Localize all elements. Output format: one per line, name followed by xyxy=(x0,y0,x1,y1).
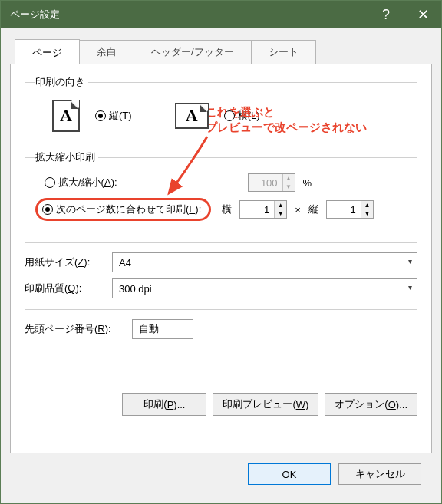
paper-size-value: A4 xyxy=(119,257,131,268)
print-quality-combo[interactable]: 300 dpi ▾ xyxy=(112,278,417,298)
tall-spin[interactable]: ▲▼ xyxy=(326,200,374,219)
separator xyxy=(25,242,417,243)
cancel-button[interactable]: キャンセル xyxy=(338,463,421,485)
first-page-input[interactable]: 自動 xyxy=(132,319,193,339)
adjust-value xyxy=(249,174,282,191)
wide-value xyxy=(240,201,274,218)
title-label: ページ設定 xyxy=(10,8,368,21)
tall-value xyxy=(327,201,361,218)
titlebar: ページ設定 ? ✕ xyxy=(1,1,441,28)
print-quality-label: 印刷品質(Q): xyxy=(25,282,112,295)
tab-header-footer[interactable]: ヘッダー/フッター xyxy=(134,40,252,64)
spin-up-icon[interactable]: ▲ xyxy=(361,201,373,209)
first-page-value: 自動 xyxy=(139,322,159,336)
landscape-icon: A xyxy=(175,103,209,129)
wide-spin[interactable]: ▲▼ xyxy=(239,200,287,219)
spin-down-icon[interactable]: ▼ xyxy=(283,183,295,191)
first-page-label: 先頭ページ番号(R): xyxy=(25,322,132,336)
fit-radio[interactable]: 次のページ数に合わせて印刷(F): xyxy=(42,203,201,216)
print-preview-button[interactable]: 印刷プレビュー(W) xyxy=(213,393,318,416)
dialog-footer: OK キャンセル xyxy=(10,453,432,494)
page-setup-dialog: ページ設定 ? ✕ ページ 余白 ヘッダー/フッター シート これを選ぶとプレビ… xyxy=(0,0,442,504)
ok-button[interactable]: OK xyxy=(248,463,331,485)
portrait-icon: A xyxy=(52,100,80,132)
tab-body: これを選ぶとプレビューで改ページされない 印刷の向き A xyxy=(10,64,432,453)
help-button[interactable]: ? xyxy=(368,1,404,28)
tab-margin[interactable]: 余白 xyxy=(79,40,134,64)
adjust-spin[interactable]: ▲▼ xyxy=(248,173,295,192)
chevron-down-icon: ▾ xyxy=(408,283,412,292)
tall-label: 縦 xyxy=(308,203,318,216)
close-button[interactable]: ✕ xyxy=(404,1,441,28)
print-quality-value: 300 dpi xyxy=(119,283,152,295)
paper-size-combo[interactable]: A4 ▾ xyxy=(112,252,417,272)
options-button[interactable]: オプション(O)... xyxy=(325,393,417,416)
tab-page[interactable]: ページ xyxy=(15,39,80,64)
spin-down-icon[interactable]: ▼ xyxy=(361,209,373,218)
tab-strip: ページ 余白 ヘッダー/フッター シート xyxy=(15,39,432,64)
scaling-legend: 拡大縮小印刷 xyxy=(35,150,98,164)
separator xyxy=(25,309,417,310)
orientation-legend: 印刷の向き xyxy=(35,75,88,89)
adjust-radio[interactable]: 拡大/縮小(A): xyxy=(45,176,117,189)
fit-radio-highlight: 次のページ数に合わせて印刷(F): xyxy=(35,198,211,221)
wide-label: 横 xyxy=(222,203,232,216)
scaling-group: 拡大縮小印刷 拡大/縮小(A): ▲▼ % xyxy=(25,150,417,232)
spin-up-icon[interactable]: ▲ xyxy=(283,174,295,183)
percent-label: % xyxy=(303,177,312,189)
spin-down-icon[interactable]: ▼ xyxy=(275,209,286,218)
times-label: × xyxy=(295,204,301,216)
chevron-down-icon: ▾ xyxy=(408,257,412,265)
portrait-radio[interactable]: 縦(T) xyxy=(95,109,132,123)
tab-sheet[interactable]: シート xyxy=(251,40,316,64)
print-button[interactable]: 印刷(P)... xyxy=(122,393,206,416)
paper-size-label: 用紙サイズ(Z): xyxy=(25,255,112,269)
spin-up-icon[interactable]: ▲ xyxy=(275,201,286,209)
